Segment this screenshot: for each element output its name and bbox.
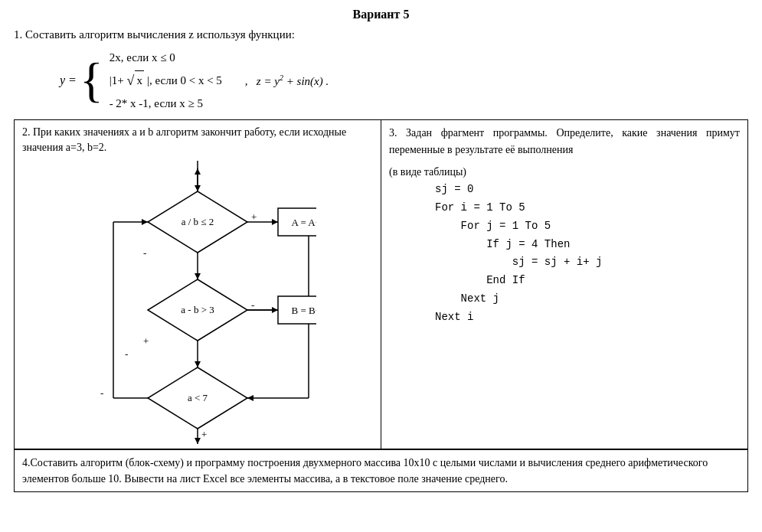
- svg-text:A = A+2: A = A+2: [291, 217, 316, 228]
- task2-cell: 2. При каких значениях a и b алгоритм за…: [15, 120, 381, 449]
- case3-text: - 2* x -1, если x ≥ 5: [110, 94, 203, 114]
- svg-text:a < 7: a < 7: [188, 392, 208, 403]
- case3: - 2* x -1, если x ≥ 5: [110, 94, 222, 114]
- formula-block: y = { 2x, если x ≤ 0 |1+ √x |, если 0 < …: [60, 48, 748, 114]
- code-line-5: sj = sj + i+ j: [435, 253, 740, 272]
- code-line-2: For i = 1 To 5: [435, 199, 740, 217]
- task4-text: 4.Составить алгоритм (блок-схему) и прог…: [22, 457, 708, 485]
- svg-marker-7: [272, 219, 278, 225]
- task1-label: 1. Составить алгоритм вычисления z испол…: [14, 26, 748, 44]
- svg-text:+: +: [201, 429, 207, 440]
- svg-text:+: +: [143, 335, 149, 347]
- task3-content: 3. Задан фрагмент программы. Определите,…: [389, 125, 740, 327]
- case2-rest: |, если 0 < x < 5: [147, 71, 222, 91]
- svg-marker-38: [247, 395, 253, 401]
- svg-text:+: +: [251, 211, 257, 223]
- svg-text:a - b > 3: a - b > 3: [181, 304, 214, 315]
- code-line-7: Next j: [435, 290, 740, 308]
- piecewise-cases: 2x, если x ≤ 0 |1+ √x |, если 0 < x < 5 …: [110, 48, 222, 114]
- svg-marker-24: [195, 361, 201, 367]
- flowchart-container: a / b ≤ 2 + - A = A+2: [22, 161, 373, 444]
- task3-subheader: (в виде таблицы): [389, 164, 740, 181]
- svg-marker-40: [195, 168, 201, 175]
- code-line-4: If j = 4 Then: [435, 236, 740, 254]
- y-label: y =: [60, 71, 77, 90]
- svg-text:-: -: [143, 247, 146, 259]
- task1-section: 1. Составить алгоритм вычисления z испол…: [14, 26, 748, 113]
- tasks-2-3-table: 2. При каких значениях a и b алгоритм за…: [14, 119, 748, 449]
- svg-marker-14: [195, 273, 201, 279]
- code-line-6: End If: [435, 272, 740, 290]
- z-formula: , z = y2 + sin(x) .: [245, 72, 329, 90]
- task3-header-text: 3. Задан фрагмент программы. Определите,…: [389, 127, 740, 155]
- sqrt-symbol: √: [127, 69, 135, 93]
- code-block: sj = 0 For i = 1 To 5 For j = 1 To 5 If …: [435, 181, 740, 326]
- svg-text:a / b ≤ 2: a / b ≤ 2: [182, 216, 214, 227]
- code-line-8: Next i: [435, 308, 740, 327]
- svg-marker-20: [272, 307, 278, 313]
- sqrt-content: x: [135, 70, 144, 91]
- sqrt-wrapper: √x: [127, 69, 144, 93]
- svg-text:-: -: [125, 348, 128, 360]
- task2-header: 2. При каких значениях a и b алгоритм за…: [22, 125, 373, 155]
- task3-header: 3. Задан фрагмент программы. Определите,…: [389, 125, 740, 159]
- task4-section: 4.Составить алгоритм (блок-схему) и прог…: [14, 449, 748, 492]
- svg-text:-: -: [251, 299, 254, 311]
- brace-symbol: {: [80, 56, 103, 105]
- page-title: Вариант 5: [14, 8, 748, 21]
- task3-cell: 3. Задан фрагмент программы. Определите,…: [381, 120, 748, 449]
- case1: 2x, если x ≤ 0: [110, 48, 222, 68]
- svg-text:B = B+2: B = B+2: [291, 305, 316, 316]
- code-line-3: For j = 1 To 5: [435, 217, 740, 236]
- case2-text: |1+: [110, 71, 124, 91]
- svg-marker-34: [142, 219, 148, 225]
- flowchart-svg: a / b ≤ 2 + - A = A+2: [79, 161, 316, 444]
- case1-text: 2x, если x ≤ 0: [110, 48, 175, 68]
- svg-text:-: -: [100, 387, 103, 399]
- case2: |1+ √x |, если 0 < x < 5: [110, 69, 222, 93]
- svg-marker-30: [195, 438, 201, 444]
- code-line-1: sj = 0: [435, 181, 740, 199]
